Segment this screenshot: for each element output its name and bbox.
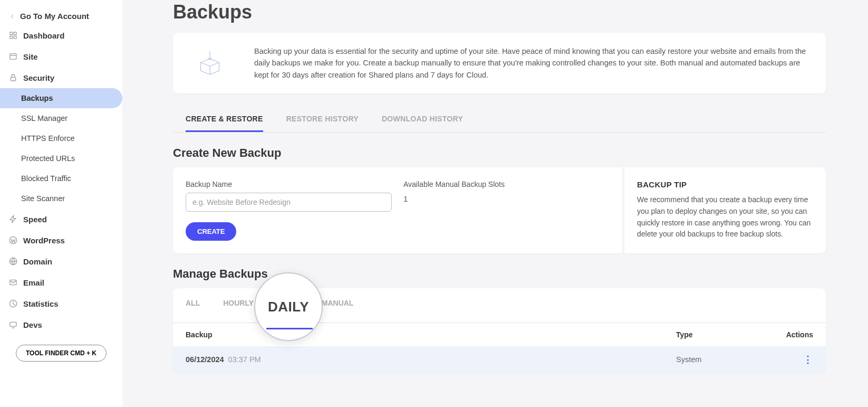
globe-icon bbox=[8, 257, 18, 266]
create-button[interactable]: CREATE bbox=[186, 222, 236, 241]
sidebar-item-label: Site bbox=[23, 52, 38, 61]
sidebar-subitem-https-enforce[interactable]: HTTPS Enforce bbox=[0, 128, 122, 148]
speed-icon bbox=[8, 214, 18, 224]
sidebar: Go To My Account Dashboard Site Security… bbox=[0, 0, 122, 407]
svg-rect-1 bbox=[14, 32, 16, 35]
site-icon bbox=[8, 52, 18, 61]
sidebar-item-dashboard[interactable]: Dashboard bbox=[0, 25, 122, 46]
lock-icon bbox=[8, 73, 18, 82]
col-type: Type bbox=[676, 330, 766, 339]
sidebar-item-label: Speed bbox=[23, 215, 47, 224]
page-title: Backups bbox=[173, 1, 826, 23]
slots-label: Available Manual Backup Slots bbox=[403, 180, 610, 188]
arrow-left-icon bbox=[8, 13, 16, 20]
tab-create-restore[interactable]: CREATE & RESTORE bbox=[186, 107, 263, 132]
sidebar-item-security[interactable]: Security bbox=[0, 67, 122, 88]
sidebar-item-label: Devs bbox=[23, 320, 42, 329]
tab-download-history[interactable]: DOWNLOAD HISTORY bbox=[382, 107, 463, 132]
sidebar-item-label: Dashboard bbox=[23, 31, 64, 40]
backup-table-card: DAILY ALL HOURLY DAILY MANUAL Backup Typ… bbox=[173, 288, 826, 373]
sidebar-subitem-protected-urls[interactable]: Protected URLs bbox=[0, 148, 122, 168]
create-card: Backup Name CREATE Available Manual Back… bbox=[173, 167, 622, 253]
magnifier-callout: DAILY bbox=[254, 272, 323, 341]
go-to-account-label: Go To My Account bbox=[20, 12, 89, 21]
row-backup-cell: 06/12/2024 03:37 PM bbox=[186, 355, 676, 364]
sidebar-item-devs[interactable]: Devs bbox=[0, 314, 122, 335]
sidebar-subitem-backups[interactable]: Backups bbox=[0, 88, 122, 108]
go-to-account-link[interactable]: Go To My Account bbox=[0, 7, 122, 25]
backup-name-label: Backup Name bbox=[186, 180, 392, 188]
sidebar-subitem-blocked-traffic[interactable]: Blocked Traffic bbox=[0, 168, 122, 188]
sidebar-item-label: Statistics bbox=[23, 299, 59, 308]
tool-finder-button[interactable]: TOOL FINDER CMD + K bbox=[16, 345, 107, 362]
tip-title: BACKUP TIP bbox=[637, 180, 813, 189]
svg-rect-2 bbox=[10, 36, 13, 39]
table-row: 06/12/2024 03:37 PM System ⋮ bbox=[173, 346, 826, 373]
sidebar-subitem-ssl-manager[interactable]: SSL Manager bbox=[0, 108, 122, 128]
create-wrapper: Backup Name CREATE Available Manual Back… bbox=[173, 167, 826, 253]
magnifier-label: DAILY bbox=[268, 299, 309, 315]
sidebar-item-label: Domain bbox=[23, 257, 52, 266]
filter-tab-manual[interactable]: MANUAL bbox=[322, 299, 354, 315]
sidebar-item-statistics[interactable]: Statistics bbox=[0, 293, 122, 314]
svg-rect-0 bbox=[10, 32, 13, 35]
sidebar-item-site[interactable]: Site bbox=[0, 46, 122, 67]
dashboard-icon bbox=[8, 31, 18, 40]
stats-icon bbox=[8, 299, 18, 308]
tab-restore-history[interactable]: RESTORE HISTORY bbox=[286, 107, 359, 132]
magnifier-underline bbox=[266, 328, 313, 329]
sidebar-item-label: Security bbox=[23, 73, 54, 82]
filter-tab-all[interactable]: ALL bbox=[186, 299, 200, 315]
svg-rect-6 bbox=[11, 77, 15, 81]
main-tabs: CREATE & RESTORE RESTORE HISTORY DOWNLOA… bbox=[173, 107, 826, 132]
devs-icon bbox=[8, 320, 18, 329]
sidebar-item-speed[interactable]: Speed bbox=[0, 209, 122, 230]
main-content: Backups Backing up your data is essentia… bbox=[122, 0, 868, 407]
row-actions-menu[interactable]: ⋮ bbox=[803, 354, 813, 365]
intro-card: Backing up your data is essential for th… bbox=[173, 33, 826, 93]
filter-tab-hourly[interactable]: HOURLY bbox=[223, 299, 254, 315]
sidebar-subitem-site-scanner[interactable]: Site Scanner bbox=[0, 188, 122, 209]
slots-value: 1 bbox=[403, 194, 610, 203]
svg-rect-4 bbox=[10, 54, 16, 60]
sidebar-item-label: WordPress bbox=[23, 236, 65, 245]
sidebar-item-email[interactable]: Email bbox=[0, 272, 122, 293]
intro-text: Backing up your data is essential for th… bbox=[254, 45, 808, 81]
wordpress-icon bbox=[8, 235, 18, 245]
sidebar-item-domain[interactable]: Domain bbox=[0, 251, 122, 272]
svg-rect-11 bbox=[10, 322, 16, 326]
tip-card: BACKUP TIP We recommend that you create … bbox=[624, 167, 826, 253]
tip-text: We recommend that you create a backup ev… bbox=[637, 194, 813, 240]
backup-name-input[interactable] bbox=[186, 193, 392, 212]
row-type: System bbox=[676, 355, 766, 364]
row-time: 03:37 PM bbox=[228, 355, 261, 364]
col-actions: Actions bbox=[766, 330, 813, 339]
svg-rect-3 bbox=[14, 36, 16, 39]
sidebar-item-wordpress[interactable]: WordPress bbox=[0, 230, 122, 251]
mail-icon bbox=[8, 278, 18, 287]
sidebar-item-label: Email bbox=[23, 278, 44, 287]
row-date: 06/12/2024 bbox=[186, 355, 224, 364]
col-backup: Backup bbox=[186, 330, 676, 339]
create-heading: Create New Backup bbox=[173, 146, 826, 160]
box-open-icon bbox=[191, 49, 229, 78]
